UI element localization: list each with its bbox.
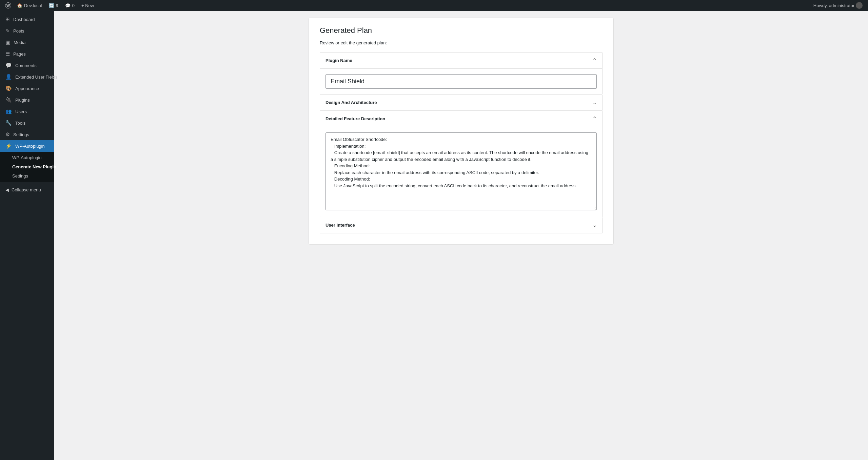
accordion-title-user-interface: User Interface [326,223,355,228]
sidebar-item-pages[interactable]: ☰ Pages [0,48,54,60]
accordion-title-plugin-name: Plugin Name [326,58,352,63]
accordion-title-detailed-feature: Detailed Feature Description [326,116,385,121]
comments-count: 0 [72,3,75,8]
content-card: Generated Plan Review or edit the genera… [309,18,614,245]
site-name-item[interactable]: 🏠 Dev.local [14,0,45,11]
home-icon: 🏠 [17,3,22,8]
page-subtitle: Review or edit the generated plan: [320,40,603,45]
sidebar-item-label-wp-autoplugin: WP-Autoplugin [15,144,45,149]
sidebar-item-label-settings: Settings [13,132,29,137]
collapse-icon: ◀ [5,187,9,192]
users-icon: 👥 [5,108,12,114]
sidebar-item-dashboard[interactable]: ⊞ Dashboard [0,14,54,25]
chevron-down-icon-ui: ⌄ [592,222,597,228]
accordion-header-detailed-feature[interactable]: Detailed Feature Description ⌃ [320,111,602,127]
submenu-item-generate-new-plugin[interactable]: Generate New Plugin [0,162,54,171]
avatar [856,2,863,9]
sidebar-item-label-media: Media [14,40,25,45]
dashboard-icon: ⊞ [5,16,10,22]
sidebar-item-label-appearance: Appearance [15,86,39,91]
accordion-section-plugin-name: Plugin Name ⌃ [320,52,603,95]
page-title: Generated Plan [320,26,603,35]
collapse-menu-button[interactable]: ◀ Collapse menu [0,185,54,195]
sidebar-item-tools[interactable]: 🔧 Tools [0,117,54,129]
posts-icon: ✎ [5,28,10,34]
sidebar-item-label-comments: Comments [15,63,37,68]
submenu-label-generate-new-plugin: Generate New Plugin [12,164,56,169]
plugin-name-input[interactable] [326,74,597,89]
comments-nav-icon: 💬 [5,62,12,68]
wp-autoplugin-icon: ⚡ [5,143,12,149]
sidebar: ⊞ Dashboard ✎ Posts ▣ Media ☰ Pages 💬 Co… [0,11,54,460]
comments-icon: 💬 [65,3,71,8]
sidebar-item-label-posts: Posts [13,28,24,34]
chevron-up-icon: ⌃ [592,57,597,64]
main-content: Generated Plan Review or edit the genera… [54,11,868,460]
sidebar-item-extended-user-fields[interactable]: 👤 Extended User Fields [0,71,54,83]
sidebar-item-plugins[interactable]: 🔌 Plugins [0,94,54,106]
sidebar-item-label-extended-user-fields: Extended User Fields [15,75,57,80]
appearance-icon: 🎨 [5,85,12,91]
accordion-body-plugin-name [320,68,602,94]
chevron-up-icon-detail: ⌃ [592,116,597,122]
accordion-header-user-interface[interactable]: User Interface ⌄ [320,217,602,233]
accordion-title-design-architecture: Design And Architecture [326,100,377,105]
updates-item[interactable]: 🔄 9 [45,0,62,11]
collapse-label: Collapse menu [12,187,41,192]
wp-logo[interactable]: W [3,0,14,11]
feature-description-textarea[interactable]: Email Obfuscator Shortcode: Implementati… [326,132,597,210]
sidebar-item-label-dashboard: Dashboard [13,17,35,22]
site-name: Dev.local [24,3,42,8]
sidebar-item-label-tools: Tools [15,121,25,126]
chevron-down-icon-design: ⌄ [592,99,597,106]
new-content-item[interactable]: + New [78,0,97,11]
extended-user-fields-icon: 👤 [5,74,12,80]
accordion-section-user-interface: User Interface ⌄ [320,217,603,233]
sidebar-item-appearance[interactable]: 🎨 Appearance [0,83,54,94]
comments-item[interactable]: 💬 0 [62,0,78,11]
sidebar-item-comments[interactable]: 💬 Comments [0,60,54,71]
settings-icon: ⚙ [5,131,10,138]
accordion-body-detailed-feature: Email Obfuscator Shortcode: Implementati… [320,127,602,217]
tools-icon: 🔧 [5,120,12,126]
admin-bar: W 🏠 Dev.local 🔄 9 💬 0 + New Howdy, admin… [0,0,868,11]
media-icon: ▣ [5,39,10,45]
sidebar-item-settings[interactable]: ⚙ Settings [0,129,54,140]
accordion-section-design-architecture: Design And Architecture ⌄ [320,95,603,111]
accordion-header-plugin-name[interactable]: Plugin Name ⌃ [320,53,602,68]
submenu-label-settings: Settings [12,173,28,179]
submenu-label-wp-autoplugin: WP-Autoplugin [12,155,42,160]
updates-count: 9 [56,3,58,8]
sidebar-item-wp-autoplugin[interactable]: ⚡ WP-Autoplugin [0,140,54,152]
sidebar-item-label-plugins: Plugins [15,98,30,103]
howdy-text: Howdy, administrator [813,3,854,8]
accordion-section-detailed-feature: Detailed Feature Description ⌃ Email Obf… [320,111,603,217]
submenu-item-wp-autoplugin[interactable]: WP-Autoplugin [0,153,54,162]
updates-icon: 🔄 [49,3,54,8]
submenu-wp-autoplugin: WP-Autoplugin Generate New Plugin Settin… [0,152,54,182]
pages-icon: ☰ [5,51,10,57]
accordion-header-design-architecture[interactable]: Design And Architecture ⌄ [320,95,602,110]
svg-text:W: W [6,3,10,7]
howdy-item[interactable]: Howdy, administrator [813,2,865,9]
sidebar-item-users[interactable]: 👥 Users [0,106,54,117]
plugins-icon: 🔌 [5,97,12,103]
submenu-item-settings[interactable]: Settings [0,171,54,181]
sidebar-item-media[interactable]: ▣ Media [0,37,54,48]
sidebar-item-posts[interactable]: ✎ Posts [0,25,54,37]
new-label: + New [81,3,94,8]
sidebar-item-label-pages: Pages [13,51,26,57]
sidebar-item-label-users: Users [15,109,27,114]
